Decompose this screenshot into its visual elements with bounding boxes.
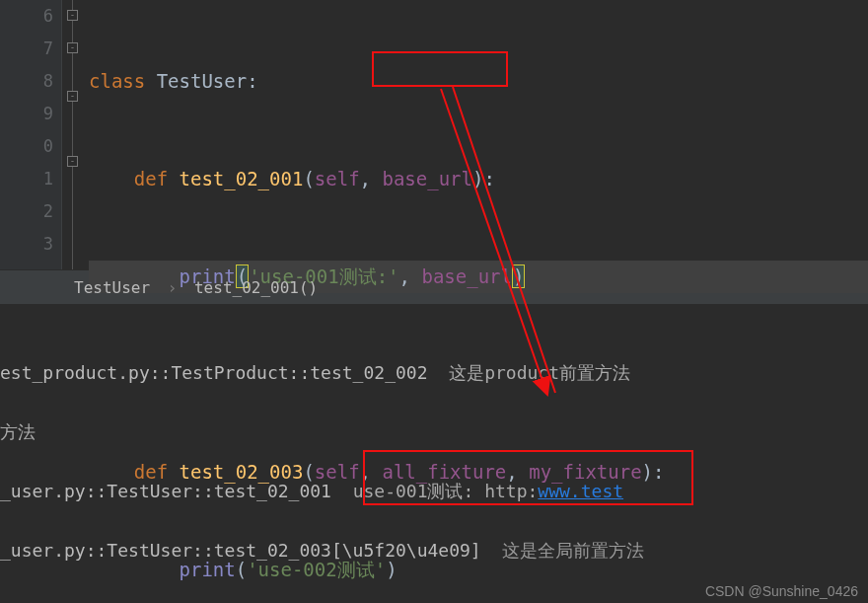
fold-column: - - - - [61, 0, 89, 269]
line-number: 7 [43, 38, 53, 58]
breadcrumb-item[interactable]: TestUser [74, 278, 150, 297]
watermark: CSDN @Sunshine_0426 [705, 583, 858, 599]
console-text: 方法 [0, 421, 36, 442]
console-text: use-001测试: http: [353, 481, 539, 501]
code-area[interactable]: class TestUser: def test_02_001(self, ba… [89, 0, 868, 269]
breadcrumb-item[interactable]: test_02_001() [194, 278, 318, 297]
console-text: _user.py::TestUser::test_02_003[\u5f20\u… [0, 540, 481, 561]
console-text: 这是product前置方法 [427, 362, 630, 383]
code-editor[interactable]: 6 7 8 9 0 1 2 3 - - - - class TestUser: … [0, 0, 868, 269]
line-number: 3 [43, 234, 53, 254]
fold-handle-icon[interactable]: - [67, 91, 78, 102]
fold-handle-icon[interactable]: - [67, 42, 78, 53]
console-link[interactable]: www.test [538, 481, 623, 501]
fold-handle-icon[interactable]: - [67, 156, 78, 167]
line-number-gutter: 6 7 8 9 0 1 2 3 [0, 0, 61, 269]
fold-handle-icon[interactable]: - [67, 10, 78, 21]
line-number: 8 [43, 71, 53, 91]
line-number: 6 [43, 6, 53, 26]
console-text: _user.py::TestUser::test_02_001 [0, 481, 331, 501]
chevron-right-icon: › [168, 278, 178, 297]
console-text: 这是全局前置方法 [481, 540, 645, 561]
console-text: est_product.py::TestProduct::test_02_002 [0, 362, 427, 383]
line-number: 9 [43, 104, 53, 123]
line-number: 1 [43, 169, 53, 188]
line-number: 0 [43, 136, 53, 156]
line-number: 2 [43, 201, 53, 221]
